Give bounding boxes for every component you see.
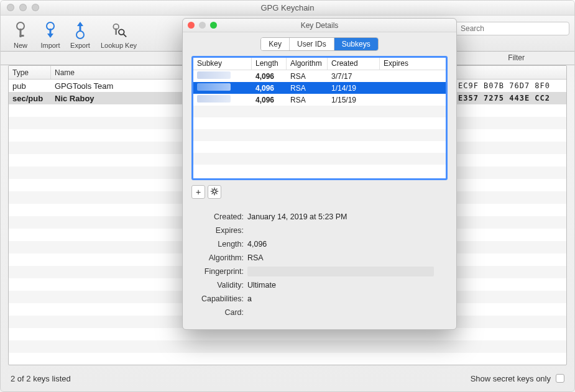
close-icon[interactable] (188, 22, 195, 29)
subkey-row[interactable]: 4,096 RSA 3/7/17 (193, 70, 446, 82)
svg-point-8 (76, 31, 84, 39)
checkbox-icon[interactable] (556, 374, 564, 383)
svg-line-22 (212, 193, 213, 194)
cell-type: pub (9, 81, 51, 91)
close-icon[interactable] (7, 4, 14, 11)
export-label: Export (70, 42, 90, 49)
tab-userids[interactable]: User IDs (290, 38, 334, 50)
label-algorithm: Algorithm: (191, 253, 247, 262)
col-type[interactable]: Type (9, 66, 51, 79)
subkey-actions-button[interactable] (208, 185, 221, 199)
zoom-icon[interactable] (210, 22, 217, 29)
main-window: GPG Keychain New Import Export Lookup K (0, 0, 575, 392)
label-created: Created: (191, 212, 247, 221)
value-fingerprint (247, 267, 448, 276)
subkey-row[interactable]: 4,096 RSA 1/15/19 (193, 94, 446, 106)
secret-keys-toggle[interactable]: Show secret keys only (471, 374, 564, 383)
titlebar: GPG Keychain (1, 1, 574, 16)
svg-rect-10 (115, 29, 117, 35)
subkey-details: Created:January 14, 2019 at 5:23 PM Expi… (191, 210, 448, 319)
empty-row (9, 328, 566, 340)
import-label: Import (40, 42, 60, 49)
cell-created: 1/14/19 (328, 84, 380, 93)
col-subkey[interactable]: Subkey (193, 58, 252, 70)
tab-subkeys[interactable]: Subkeys (334, 38, 378, 50)
window-title: GPG Keychain (261, 3, 315, 12)
modal-titlebar: Key Details (183, 19, 456, 32)
search-input[interactable] (459, 24, 565, 34)
lookup-label: Lookup Key (101, 42, 137, 49)
value-created: January 14, 2019 at 5:23 PM (247, 212, 448, 221)
cell-fingerprint: E357 7275 443E CC2 (454, 94, 566, 103)
col-algorithm[interactable]: Algorithm (287, 58, 328, 70)
empty-row (9, 340, 566, 353)
filter-label[interactable]: Filter (508, 53, 525, 62)
col-created[interactable]: Created (328, 58, 380, 70)
export-button[interactable]: Export (65, 20, 95, 49)
key-count: 2 of 2 keys listed (11, 374, 71, 383)
empty-row (193, 129, 446, 141)
cell-created: 1/15/19 (328, 96, 380, 104)
cell-algorithm: RSA (287, 84, 328, 93)
svg-line-23 (216, 188, 218, 189)
status-bar: 2 of 2 keys listed Show secret keys only (1, 365, 574, 391)
key-search-icon (111, 20, 127, 41)
empty-row (193, 117, 446, 129)
col-expires[interactable]: Expires (380, 58, 446, 70)
label-capabilities: Capabilities: (191, 294, 247, 303)
cell-algorithm: RSA (287, 72, 328, 81)
svg-rect-7 (80, 25, 81, 31)
search-field[interactable] (445, 22, 569, 35)
key-up-icon (72, 20, 88, 41)
svg-marker-5 (47, 34, 53, 38)
cell-subkey (193, 71, 252, 81)
label-card: Card: (191, 308, 247, 317)
lookup-button[interactable]: Lookup Key (95, 20, 142, 49)
modal-window-controls (188, 22, 217, 29)
svg-line-21 (216, 193, 218, 194)
empty-row (193, 153, 446, 165)
label-validity: Validity: (191, 281, 247, 289)
gear-icon (210, 187, 219, 198)
minimize-icon[interactable] (199, 22, 206, 29)
minimize-icon[interactable] (19, 4, 27, 11)
cell-length: 4,096 (252, 84, 287, 93)
col-fingerprint[interactable] (454, 66, 566, 79)
plus-icon: + (196, 187, 201, 197)
key-icon (12, 20, 29, 41)
modal-title: Key Details (301, 21, 339, 30)
col-length[interactable]: Length (252, 58, 287, 70)
label-fingerprint: Fingerprint: (191, 267, 247, 276)
svg-line-12 (124, 34, 126, 37)
empty-row (193, 141, 446, 153)
subkey-toolbar: + (191, 185, 448, 199)
empty-row (193, 165, 446, 176)
svg-line-20 (212, 188, 213, 189)
empty-row (193, 106, 446, 117)
key-details-window: Key Details Key User IDs Subkeys Subkey … (182, 18, 457, 330)
value-capabilities: a (247, 294, 448, 303)
tab-key[interactable]: Key (261, 38, 290, 50)
label-length: Length: (191, 240, 247, 248)
subkey-rows: 4,096 RSA 3/7/17 4,096 RSA 1/14/19 (193, 70, 446, 178)
subkey-table: Subkey Length Algorithm Created Expires … (191, 56, 448, 180)
value-length: 4,096 (247, 240, 448, 248)
label-expires: Expires: (191, 226, 247, 235)
add-subkey-button[interactable]: + (191, 185, 205, 199)
cell-created: 3/7/17 (328, 72, 380, 81)
cell-type: sec/pub (9, 94, 51, 103)
value-algorithm: RSA (247, 253, 448, 262)
subkey-header: Subkey Length Algorithm Created Expires (193, 58, 446, 70)
cell-subkey (193, 83, 252, 93)
svg-point-11 (119, 29, 124, 35)
import-button[interactable]: Import (35, 20, 65, 49)
cell-algorithm: RSA (287, 96, 328, 104)
cell-length: 4,096 (252, 96, 287, 104)
new-button[interactable]: New (6, 20, 35, 49)
value-validity: Ultimate (247, 281, 448, 289)
zoom-icon[interactable] (32, 4, 39, 11)
subkey-row[interactable]: 4,096 RSA 1/14/19 (193, 82, 446, 94)
cell-subkey (193, 95, 252, 104)
cell-length: 4,096 (252, 72, 287, 81)
svg-point-15 (213, 189, 216, 193)
